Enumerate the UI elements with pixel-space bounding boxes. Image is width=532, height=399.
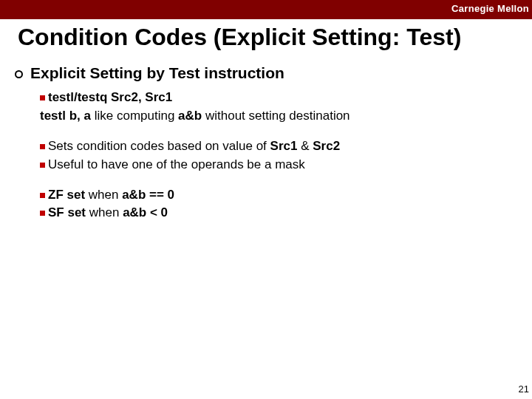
bullet-group-2: Sets condition codes based on value of S… — [40, 138, 517, 174]
code-text: ZF set — [48, 188, 85, 202]
bullet-group-3: ZF set when a&b == 0 SF set when a&b < 0 — [40, 187, 517, 222]
body-text: & — [297, 139, 313, 153]
code-text: a&b < 0 — [123, 205, 168, 219]
slide-content: Explicit Setting by Test instruction tes… — [15, 64, 517, 222]
body-text: Sets condition codes based on value of — [48, 139, 270, 153]
code-text: Src2 — [313, 139, 340, 153]
code-text: testl b, a — [40, 109, 91, 123]
body-text: like computing — [91, 109, 178, 123]
code-text: a&b — [178, 109, 202, 123]
code-text: a&b == 0 — [122, 188, 174, 202]
bullet-line: Sets condition codes based on value of S… — [40, 138, 517, 155]
bullet-line: SF set when a&b < 0 — [40, 205, 517, 222]
university-brand: Carnegie Mellon — [451, 3, 529, 14]
slide-title: Condition Codes (Explicit Setting: Test) — [18, 24, 523, 51]
section-heading: Explicit Setting by Test instruction — [30, 64, 284, 82]
header-bar: Carnegie Mellon — [0, 0, 532, 19]
square-bullet-icon — [40, 193, 45, 198]
square-bullet-icon — [40, 144, 45, 149]
bullet-line: testl/testq Src2, Src1 — [40, 89, 517, 106]
bullet-group-1: testl/testq Src2, Src1 testl b, a like c… — [40, 89, 517, 125]
section-heading-row: Explicit Setting by Test instruction — [15, 64, 517, 82]
square-bullet-icon — [40, 95, 45, 100]
code-text: SF set — [48, 205, 86, 219]
square-bullet-icon — [40, 163, 45, 168]
code-text: testl/testq Src2, Src1 — [48, 90, 172, 104]
code-text: Src1 — [270, 139, 298, 153]
page-number: 21 — [519, 383, 529, 395]
bullet-line: Useful to have one of the operands be a … — [40, 157, 517, 174]
body-text: without setting destination — [202, 109, 349, 123]
bullet-line: testl b, a like computing a&b without se… — [40, 108, 517, 125]
square-bullet-icon — [40, 211, 45, 216]
bullet-line: ZF set when a&b == 0 — [40, 187, 517, 204]
body-text: when — [86, 205, 123, 219]
body-text: when — [85, 188, 122, 202]
ring-bullet-icon — [15, 70, 23, 78]
body-text: Useful to have one of the operands be a … — [48, 157, 305, 171]
